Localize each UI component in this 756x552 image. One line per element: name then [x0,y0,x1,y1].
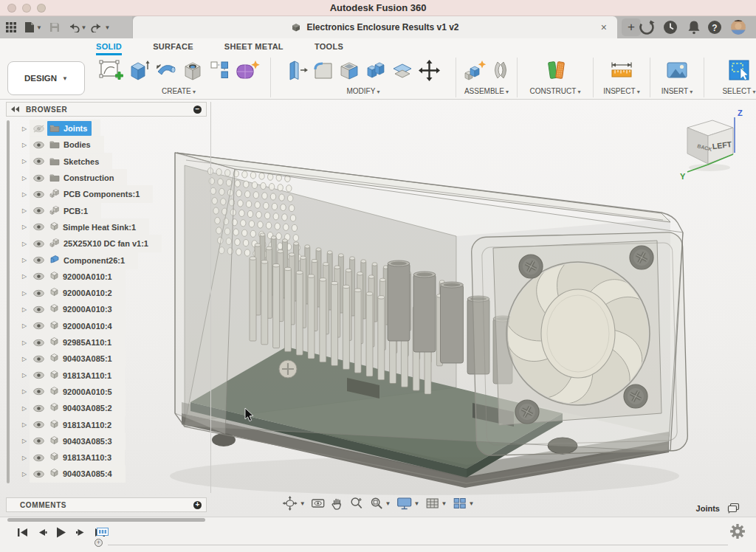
browser-item-92000a010-1[interactable]: ▷92000A010:1 [6,269,207,285]
display-settings-icon[interactable]: ▼ [396,496,420,511]
undo-icon[interactable]: ▼ [65,16,89,38]
disclosure-triangle-icon[interactable]: ▷ [22,421,30,428]
disclosure-triangle-icon[interactable]: ▷ [22,224,30,230]
recent-activity-clock-icon[interactable] [662,18,679,36]
visibility-icon[interactable] [32,371,47,379]
browser-item-joints[interactable]: ▷Joints [6,120,207,137]
browser-item-92000a010-3[interactable]: ▷92000A010:3 [6,301,207,317]
disclosure-triangle-icon[interactable]: ▷ [22,405,30,412]
grid-caret[interactable]: ▼ [441,500,447,507]
disclosure-triangle-icon[interactable]: ▷ [22,207,30,214]
orbit-caret[interactable]: ▼ [300,500,306,507]
browser-item-92985a110-1[interactable]: ▷92985A110:1 [6,334,207,351]
viewports-caret[interactable]: ▼ [468,500,474,507]
disclosure-triangle-icon[interactable]: ▷ [22,438,30,444]
viewports-icon[interactable]: ▼ [452,496,474,511]
visibility-icon[interactable] [32,470,47,478]
fillet-icon[interactable] [312,59,334,84]
browser-row[interactable]: Sketches [30,153,112,170]
revolve-icon[interactable] [154,59,178,84]
visibility-icon[interactable] [32,272,47,280]
joint-icon[interactable] [490,59,511,84]
visibility-icon[interactable] [32,421,47,429]
browser-item-90403a085-3[interactable]: ▷90403A085:3 [6,433,207,449]
browser-row[interactable]: 91813A110:1 [30,367,125,384]
fit-caret[interactable]: ▼ [385,500,391,507]
browser-row[interactable]: 90403A085:3 [30,432,126,450]
disclosure-triangle-icon[interactable]: ▷ [22,175,30,182]
modify-group-label[interactable]: MODIFY [346,87,379,95]
disclosure-triangle-icon[interactable]: ▷ [22,471,30,477]
browser-item-construction[interactable]: ▷Construction [6,170,207,186]
timeline-zoom-icon[interactable]: + [94,539,103,547]
orbit-icon[interactable]: ▼ [282,495,306,511]
rectangular-pattern-icon[interactable] [208,59,230,84]
browser-item-25x25x10-dc-fan-v1-1[interactable]: ▷25X25X10 DC fan v1:1 [6,235,207,252]
visibility-off-icon[interactable] [32,125,47,133]
browser-item-91813a110-1[interactable]: ▷91813A110:1 [6,367,207,383]
document-tab[interactable]: Electronics Enclosure Results v1 v2 × [133,16,617,38]
browser-item-90403a085-1[interactable]: ▷90403A085:1 [6,351,207,367]
browser-item-90403a085-4[interactable]: ▷90403A085:4 [6,466,207,482]
visibility-icon[interactable] [32,289,47,297]
move-icon[interactable] [418,59,441,85]
step-forward-button[interactable] [74,526,86,539]
save-icon[interactable] [44,16,65,38]
job-status-icon[interactable] [638,18,656,36]
hole-icon[interactable] [182,59,205,84]
browser-row[interactable]: Component26:1 [30,252,138,269]
visibility-icon[interactable] [32,240,47,248]
notifications-bell-icon[interactable] [685,18,703,36]
play-button[interactable] [55,526,67,539]
browser-header[interactable]: BROWSER − [6,102,207,117]
tab-tools[interactable]: TOOLS [315,42,343,55]
browser-item-91813a110-3[interactable]: ▷91813A110:3 [6,449,207,466]
close-tab-icon[interactable]: × [601,21,607,34]
visibility-icon[interactable] [32,437,47,445]
disclosure-triangle-icon[interactable]: ▷ [22,372,30,379]
browser-row[interactable]: 92000A010:3 [30,300,126,318]
tab-surface[interactable]: SURFACE [153,42,193,55]
disclosure-triangle-icon[interactable]: ▷ [22,257,30,263]
browser-row[interactable]: Construction [30,169,127,187]
visibility-icon[interactable] [32,322,47,330]
browser-item-simple-heat-sink-1[interactable]: ▷Simple Heat Sink:1 [6,219,207,235]
tab-sheet-metal[interactable]: SHEET METAL [224,42,284,55]
browser-row[interactable]: Simple Heat Sink:1 [30,218,149,236]
construction-plane-icon[interactable] [543,58,568,85]
browser-row[interactable]: 92985A110:1 [30,334,125,351]
browser-item-92000a010-4[interactable]: ▷92000A010:4 [6,318,207,334]
browser-item-92000a010-2[interactable]: ▷92000A010:2 [6,285,207,301]
browser-collapse-icon[interactable]: − [193,106,202,114]
press-pull-icon[interactable] [286,58,309,85]
help-icon[interactable]: ? [706,18,724,36]
browser-panel-divider[interactable] [210,102,211,493]
new-component-icon[interactable] [463,59,487,84]
timeline-group-icon[interactable] [97,526,109,539]
visibility-icon[interactable] [32,141,47,149]
browser-item-91813a110-2[interactable]: ▷91813A110:2 [6,416,207,432]
visibility-icon[interactable] [32,190,47,199]
create-sketch-icon[interactable] [97,58,124,85]
browser-item-pcb-1[interactable]: ▷PCB:1 [6,202,207,218]
disclosure-triangle-icon[interactable]: ▷ [22,142,30,148]
disclosure-triangle-icon[interactable]: ▷ [22,125,30,132]
insert-group-label[interactable]: INSERT [662,87,693,95]
visibility-icon[interactable] [32,256,47,264]
comment-bubbles-icon[interactable] [727,503,740,514]
disclosure-triangle-icon[interactable]: ▷ [22,322,30,329]
look-at-icon[interactable] [311,497,326,510]
browser-item-pcb-components-1[interactable]: ▷PCB Components:1 [6,186,207,202]
insert-image-icon[interactable] [665,59,689,84]
browser-row[interactable]: 92000A010:4 [30,317,126,335]
comments-header[interactable]: COMMENTS + [6,497,207,512]
file-menu-icon[interactable]: ▼ [22,16,44,38]
combine-icon[interactable] [365,59,387,84]
browser-scrollbar[interactable] [7,518,205,522]
timeline-track[interactable] [108,545,728,545]
browser-row[interactable]: 90403A085:1 [30,350,126,368]
disclosure-triangle-icon[interactable]: ▷ [22,455,30,461]
select-group-label[interactable]: SELECT [722,87,755,95]
disclosure-triangle-icon[interactable]: ▷ [22,339,30,346]
3d-viewport[interactable]: BROWSER − ▷Joints▷Bodies▷Sketches▷Constr… [0,100,756,517]
